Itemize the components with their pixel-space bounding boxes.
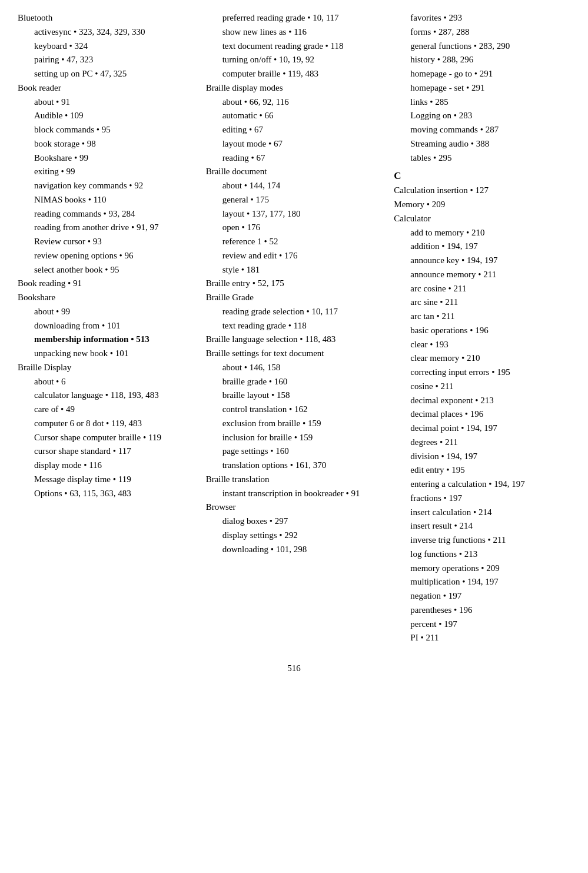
index-sub-entry: cosine • 211	[394, 380, 570, 393]
index-sub-entry: pairing • 47, 323	[18, 54, 194, 67]
page-content: Bluetoothactivesync • 323, 324, 329, 330…	[18, 12, 570, 646]
index-sub-entry: editing • 67	[206, 124, 383, 137]
index-sub-entry: basic operations • 196	[394, 324, 570, 337]
index-sub-entry: favorites • 293	[394, 12, 570, 25]
index-main-entry: Bookshare	[18, 291, 194, 304]
index-sub-entry: Logging on • 283	[394, 109, 570, 122]
index-sub-entry: computer braille • 119, 483	[206, 68, 383, 81]
index-sub-entry: layout • 137, 177, 180	[206, 208, 383, 221]
index-sub-entry: computer 6 or 8 dot • 119, 483	[18, 417, 194, 430]
index-sub-entry: downloading from • 101	[18, 320, 194, 333]
index-sub-entry: decimal places • 196	[394, 408, 570, 421]
index-sub-entry: unpacking new book • 101	[18, 347, 194, 360]
index-sub-entry: turning on/off • 10, 19, 92	[206, 54, 383, 67]
index-sub-entry: about • 6	[18, 376, 194, 389]
index-sub-entry: about • 91	[18, 96, 194, 109]
page-number: 516	[18, 663, 570, 673]
index-sub-entry: announce key • 194, 197	[394, 254, 570, 267]
index-sub-entry: edit entry • 195	[394, 464, 570, 477]
index-sub-entry: reading commands • 93, 284	[18, 208, 194, 221]
index-sub-entry: NIMAS books • 110	[18, 194, 194, 207]
index-sub-entry: general • 175	[206, 194, 383, 207]
index-main-entry: Calculation insertion • 127	[394, 184, 570, 197]
index-main-entry: Calculator	[394, 213, 570, 225]
index-sub-entry: insert result • 214	[394, 520, 570, 533]
index-sub-entry: navigation key commands • 92	[18, 180, 194, 192]
index-sub-entry: text reading grade • 118	[206, 320, 383, 333]
index-sub-entry: negation • 197	[394, 590, 570, 603]
index-sub-entry: announce memory • 211	[394, 268, 570, 281]
index-sub-entry: degrees • 211	[394, 436, 570, 449]
index-sub-entry: dialog boxes • 297	[206, 515, 383, 528]
index-sub-entry: downloading • 101, 298	[206, 543, 383, 556]
index-main-entry: Braille document	[206, 165, 383, 178]
index-sub-entry: arc sine • 211	[394, 296, 570, 309]
index-sub-entry: Audible • 109	[18, 109, 194, 122]
index-sub-entry: general functions • 283, 290	[394, 40, 570, 53]
index-sub-entry: insert calculation • 214	[394, 506, 570, 519]
index-sub-entry: about • 66, 92, 116	[206, 96, 383, 109]
index-main-entry: Bluetooth	[18, 12, 194, 25]
index-sub-entry: add to memory • 210	[394, 227, 570, 240]
index-sub-entry: decimal exponent • 213	[394, 394, 570, 407]
index-sub-entry: display settings • 292	[206, 529, 383, 542]
index-sub-entry: percent • 197	[394, 618, 570, 631]
index-sub-entry: log functions • 213	[394, 548, 570, 561]
index-main-entry: Braille settings for text document	[206, 347, 383, 360]
index-sub-entry: page settings • 160	[206, 445, 383, 458]
index-sub-entry: review and edit • 176	[206, 250, 383, 263]
index-sub-entry: decimal point • 194, 197	[394, 422, 570, 435]
index-sub-entry: activesync • 323, 324, 329, 330	[18, 26, 194, 39]
index-sub-entry: entering a calculation • 194, 197	[394, 478, 570, 491]
index-sub-entry: review opening options • 96	[18, 250, 194, 263]
column-3: favorites • 293forms • 287, 288general f…	[388, 12, 570, 646]
index-main-entry: Braille display modes	[206, 82, 383, 95]
index-main-entry: Book reading • 91	[18, 277, 194, 290]
index-main-entry: Memory • 209	[394, 198, 570, 211]
index-sub-entry: care of • 49	[18, 403, 194, 416]
index-sub-entry: preferred reading grade • 10, 117	[206, 12, 383, 25]
index-sub-entry: keyboard • 324	[18, 40, 194, 53]
index-sub-entry: clear • 193	[394, 338, 570, 351]
index-sub-entry: Message display time • 119	[18, 473, 194, 486]
index-sub-entry: braille layout • 158	[206, 389, 383, 402]
index-sub-entry: style • 181	[206, 264, 383, 277]
index-sub-entry: tables • 295	[394, 152, 570, 165]
index-sub-entry: setting up on PC • 47, 325	[18, 68, 194, 81]
index-sub-entry: fractions • 197	[394, 492, 570, 505]
index-main-entry: Braille Grade	[206, 291, 383, 304]
index-sub-entry: inverse trig functions • 211	[394, 534, 570, 547]
index-main-entry: Browser	[206, 501, 383, 514]
index-sub-entry: select another book • 95	[18, 264, 194, 277]
index-sub-entry: forms • 287, 288	[394, 26, 570, 39]
index-sub-entry: cursor shape standard • 117	[18, 445, 194, 458]
index-sub-entry: clear memory • 210	[394, 352, 570, 365]
index-sub-entry: calculator language • 118, 193, 483	[18, 389, 194, 402]
index-sub-entry: reading from another drive • 91, 97	[18, 221, 194, 234]
index-sub-entry: correcting input errors • 195	[394, 366, 570, 379]
index-main-entry: Braille entry • 52, 175	[206, 277, 383, 290]
index-sub-entry: text document reading grade • 118	[206, 40, 383, 53]
index-sub-entry: Cursor shape computer braille • 119	[18, 431, 194, 444]
index-sub-entry: parentheses • 196	[394, 604, 570, 617]
index-sub-entry: about • 144, 174	[206, 180, 383, 192]
index-sub-entry: reading grade selection • 10, 117	[206, 306, 383, 318]
index-sub-entry: homepage - go to • 291	[394, 68, 570, 81]
section-letter: C	[394, 170, 570, 182]
index-sub-entry: reading • 67	[206, 152, 383, 165]
index-sub-entry: layout mode • 67	[206, 138, 383, 151]
index-main-entry: Braille language selection • 118, 483	[206, 333, 383, 346]
index-sub-entry: instant transcription in bookreader • 91	[206, 487, 383, 500]
index-main-entry: Braille Display	[18, 361, 194, 374]
index-sub-entry: addition • 194, 197	[394, 240, 570, 253]
column-1: Bluetoothactivesync • 323, 324, 329, 330…	[18, 12, 200, 646]
index-sub-entry: memory operations • 209	[394, 562, 570, 575]
index-sub-entry: exiting • 99	[18, 165, 194, 178]
index-sub-entry: about • 99	[18, 306, 194, 318]
index-sub-entry: Streaming audio • 388	[394, 138, 570, 151]
index-sub-entry: braille grade • 160	[206, 376, 383, 389]
index-sub-entry: arc cosine • 211	[394, 283, 570, 296]
index-sub-entry: block commands • 95	[18, 124, 194, 137]
index-sub-entry: control translation • 162	[206, 403, 383, 416]
index-sub-entry: PI • 211	[394, 632, 570, 645]
